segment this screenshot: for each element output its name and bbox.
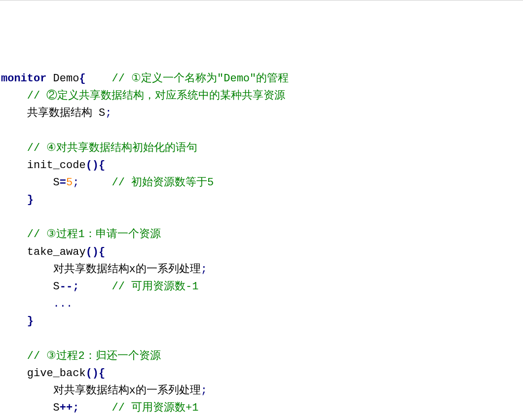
comment-line5: // ④对共享数据结构初始化的语句 xyxy=(1,142,197,154)
comment-line2: // ②定义共享数据结构，对应系统中的某种共享资源 xyxy=(1,90,285,102)
var-s: S xyxy=(1,402,60,414)
comment-line17: // ③过程2：归还一个资源 xyxy=(1,350,161,362)
semicolon: ; xyxy=(201,263,207,276)
var-s: S xyxy=(1,176,60,189)
function-takeaway: take_away xyxy=(1,246,86,258)
ellipsis: ... xyxy=(1,298,73,310)
brace-open: { xyxy=(99,367,105,380)
parens: () xyxy=(86,246,99,258)
comment-line1: // ①定义一个名称为"Demo"的管程 xyxy=(86,72,289,85)
comment-line13: // 可用资源数-1 xyxy=(79,280,198,293)
var-s: S xyxy=(1,280,60,293)
increment-op: ++; xyxy=(60,402,79,414)
decrement-op: --; xyxy=(60,280,79,293)
number-5: 5 xyxy=(66,176,73,189)
text-line12: 对共享数据结构x的一系列处理 xyxy=(1,263,201,276)
text-line3: 共享数据结构 S xyxy=(1,107,105,119)
brace-open: { xyxy=(99,246,105,258)
comment-line7: // 初始资源数等于5 xyxy=(79,176,214,189)
text-line19: 对共享数据结构x的一系列处理 xyxy=(1,385,201,397)
brace-open: { xyxy=(79,72,85,85)
comment-line10: // ③过程1：申请一个资源 xyxy=(1,228,161,241)
semicolon: ; xyxy=(73,176,79,189)
identifier-demo: Demo xyxy=(46,72,79,85)
parens: () xyxy=(86,367,99,380)
code-block: monitor Demo{ // ①定义一个名称为"Demo"的管程 // ②定… xyxy=(0,70,523,420)
semicolon: ; xyxy=(201,385,207,397)
keyword-monitor: monitor xyxy=(1,72,46,85)
equals-op: = xyxy=(60,176,66,189)
brace-open: { xyxy=(99,159,105,172)
brace-close: } xyxy=(1,315,34,327)
comment-line20: // 可用资源数+1 xyxy=(79,402,198,414)
brace-close: } xyxy=(1,194,34,206)
function-giveback: give_back xyxy=(1,367,86,380)
parens: () xyxy=(86,159,99,172)
semicolon: ; xyxy=(105,107,112,119)
function-initcode: init_code xyxy=(1,159,86,172)
